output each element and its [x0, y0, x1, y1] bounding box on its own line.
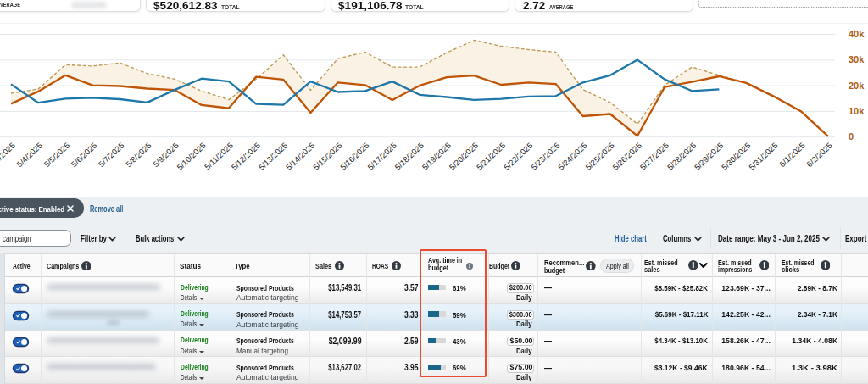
svg-text:5/4/2025: 5/4/2025 [14, 141, 44, 169]
svg-text:6/1/2025: 6/1/2025 [777, 141, 807, 169]
svg-text:5/5/2025: 5/5/2025 [42, 141, 72, 169]
svg-text:5/21/2025: 5/21/2025 [475, 141, 507, 172]
svg-text:5/13/2025: 5/13/2025 [257, 141, 289, 172]
svg-text:5/8/2025: 5/8/2025 [124, 141, 153, 169]
svg-text:5/3/2025: 5/3/2025 [0, 141, 17, 169]
svg-text:5/22/2025: 5/22/2025 [502, 141, 534, 172]
svg-text:5/27/2025: 5/27/2025 [638, 141, 670, 172]
svg-text:0: 0 [849, 131, 854, 142]
svg-text:5/24/2025: 5/24/2025 [556, 141, 588, 172]
svg-text:5/18/2025: 5/18/2025 [392, 141, 425, 172]
svg-text:5/19/2025: 5/19/2025 [420, 141, 453, 172]
svg-text:6/2/2025: 6/2/2025 [804, 141, 834, 169]
svg-text:30k: 30k [849, 54, 865, 64]
svg-text:5/11/2025: 5/11/2025 [203, 141, 235, 171]
svg-text:5/20/2025: 5/20/2025 [448, 141, 480, 172]
svg-text:10k: 10k [849, 106, 865, 116]
svg-text:5/14/2025: 5/14/2025 [284, 141, 316, 172]
svg-text:5/12/2025: 5/12/2025 [230, 141, 262, 172]
svg-text:5/28/2025: 5/28/2025 [665, 141, 698, 172]
svg-text:5/10/2025: 5/10/2025 [175, 141, 207, 172]
svg-text:5/29/2025: 5/29/2025 [693, 141, 725, 172]
svg-text:5/30/2025: 5/30/2025 [720, 141, 752, 172]
svg-text:5/26/2025: 5/26/2025 [610, 141, 643, 172]
svg-text:5/16/2025: 5/16/2025 [338, 141, 370, 172]
svg-text:5/7/2025: 5/7/2025 [97, 141, 126, 169]
svg-text:20k: 20k [849, 81, 865, 91]
svg-text:40k: 40k [849, 29, 865, 39]
svg-text:5/6/2025: 5/6/2025 [70, 141, 99, 169]
svg-text:5/23/2025: 5/23/2025 [529, 141, 561, 172]
svg-text:5/25/2025: 5/25/2025 [583, 141, 615, 172]
svg-text:5/15/2025: 5/15/2025 [311, 141, 343, 172]
svg-text:5/17/2025: 5/17/2025 [365, 141, 398, 172]
svg-text:5/31/2025: 5/31/2025 [747, 141, 779, 172]
